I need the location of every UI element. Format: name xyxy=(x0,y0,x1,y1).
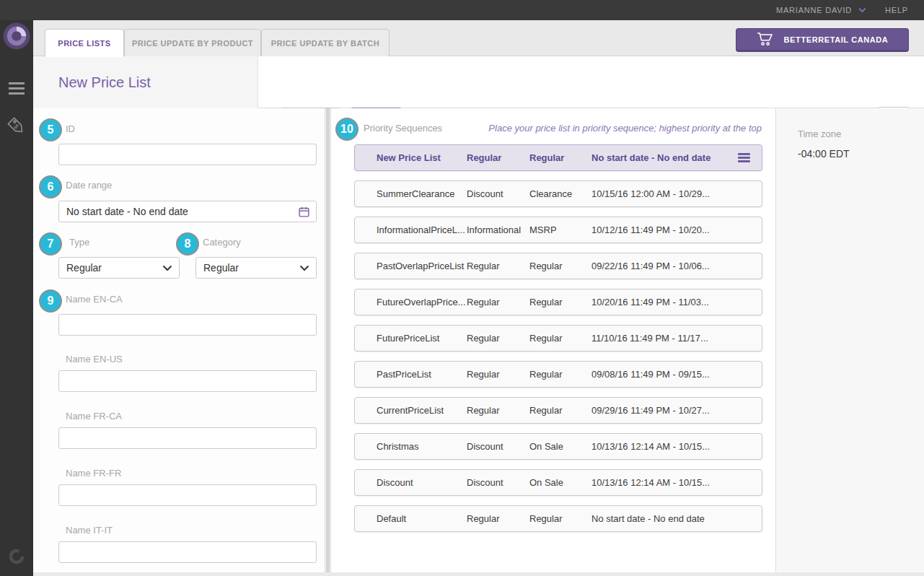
main-region: 5 ID 6 Date range No start date - No end… xyxy=(33,108,924,572)
selected-price-list-row[interactable]: New Price List Regular Regular No start … xyxy=(354,144,762,171)
tab-price-lists[interactable]: PRICE LISTS xyxy=(45,29,124,57)
page-title: New Price List xyxy=(58,74,151,91)
price-list-row[interactable]: Discount Discount On Sale 10/13/16 12:14… xyxy=(354,469,762,496)
topbar: MARIANNE DAVID HELP xyxy=(0,0,924,20)
category-select[interactable]: Regular xyxy=(195,257,317,279)
tab-price-update-by-batch[interactable]: PRICE UPDATE BY BATCH xyxy=(261,29,390,57)
step-badge-5: 5 xyxy=(39,118,62,141)
price-list-form: 5 ID 6 Date range No start date - No end… xyxy=(33,108,325,572)
step-badge-6: 6 xyxy=(39,175,62,198)
price-list-row[interactable]: FuturePriceList Regular Regular 11/10/16… xyxy=(354,325,762,352)
name-it-it-label: Name IT-IT xyxy=(66,525,113,536)
help-link[interactable]: HELP xyxy=(885,6,908,14)
name-fr-ca-label: Name FR-CA xyxy=(66,411,122,422)
type-select[interactable]: Regular xyxy=(58,257,180,279)
priority-sequences-label: Priority Sequences xyxy=(364,123,442,134)
user-name: MARIANNE DAVID xyxy=(776,6,852,14)
sidebar: $ xyxy=(0,0,33,576)
type-label: Type xyxy=(69,237,89,248)
price-list-row[interactable]: PastPriceList Regular Regular 09/08/16 1… xyxy=(354,361,762,388)
timezone-panel: Time zone -04:00 EDT xyxy=(775,108,924,572)
timezone-label: Time zone xyxy=(798,128,841,139)
category-label: Category xyxy=(203,237,241,248)
name-en-ca-label: Name EN-CA xyxy=(66,294,123,305)
price-list-row[interactable]: PastOverlapPriceList Regular Regular 09/… xyxy=(354,253,762,279)
name-en-ca-input[interactable] xyxy=(58,314,317,336)
name-fr-fr-input[interactable] xyxy=(58,484,317,506)
price-list-row[interactable]: CurrentPriceList Regular Regular 09/29/1… xyxy=(354,397,762,424)
timezone-value: -04:00 EDT xyxy=(798,148,850,160)
menu-icon[interactable] xyxy=(0,82,33,95)
chevron-down-icon xyxy=(162,265,172,271)
price-list-row[interactable]: SummerClearance Discount Clearance 10/15… xyxy=(354,180,762,207)
step-badge-10: 10 xyxy=(335,118,358,141)
id-input[interactable] xyxy=(58,144,317,165)
store-selector-button[interactable]: BETTERRETAIL CANADA xyxy=(736,28,909,52)
name-fr-ca-input[interactable] xyxy=(58,427,317,449)
step-badge-8: 8 xyxy=(176,232,199,256)
cart-icon xyxy=(757,32,774,48)
chevron-down-icon xyxy=(299,265,309,271)
calendar-icon[interactable] xyxy=(298,206,310,218)
name-it-it-input[interactable] xyxy=(58,541,317,563)
loading-spinner-icon xyxy=(0,546,33,567)
name-fr-fr-label: Name FR-FR xyxy=(66,468,121,479)
name-en-us-input[interactable] xyxy=(58,370,317,392)
priority-sequences-panel: 10 Priority Sequences Place your price l… xyxy=(331,108,775,572)
chevron-down-icon xyxy=(858,6,866,14)
priority-hint: Place your price list in priority sequen… xyxy=(488,123,762,134)
drag-handle-icon[interactable] xyxy=(738,145,750,170)
step-badge-9: 9 xyxy=(39,289,62,313)
content-area: PRICE LISTS PRICE UPDATE BY PRODUCT PRIC… xyxy=(33,20,924,576)
tab-price-update-by-product[interactable]: PRICE UPDATE BY PRODUCT xyxy=(124,29,261,57)
price-list-row[interactable]: Default Regular Regular No start date - … xyxy=(354,505,762,532)
date-range-label: Date range xyxy=(66,180,112,191)
tab-bar: PRICE LISTS PRICE UPDATE BY PRODUCT PRIC… xyxy=(33,20,924,56)
user-menu[interactable]: MARIANNE DAVID xyxy=(776,6,866,14)
id-label: ID xyxy=(66,123,75,134)
price-list-row[interactable]: InformationalPriceL... Informational MSR… xyxy=(354,217,762,243)
date-range-input[interactable]: No start date - No end date xyxy=(58,201,317,222)
price-list-row[interactable]: FutureOverlapPrice... Regular Regular 10… xyxy=(354,289,762,315)
form-scrollbar[interactable] xyxy=(325,108,331,572)
price-list-row[interactable]: Christmas Discount On Sale 10/13/16 12:1… xyxy=(354,433,762,460)
app-logo-icon xyxy=(0,22,33,50)
step-badge-7: 7 xyxy=(39,232,62,256)
price-tag-icon[interactable]: $ xyxy=(0,114,33,139)
page-header: New Price List CANCEL SAVE × xyxy=(33,56,924,108)
name-en-us-label: Name EN-US xyxy=(66,354,123,365)
